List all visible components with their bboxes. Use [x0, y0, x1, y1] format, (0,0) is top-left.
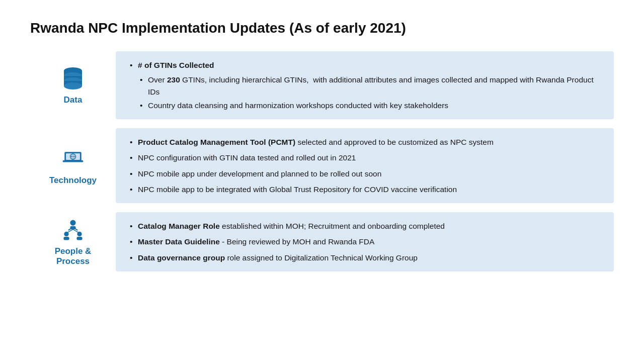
- technology-label: Technology: [30, 128, 116, 203]
- technology-content: Product Catalog Management Tool (PCMT) s…: [116, 128, 614, 203]
- svg-line-19: [66, 229, 73, 233]
- people-label-text: People &Process: [55, 246, 92, 266]
- tech-bullet-4: NPC mobile app to be integrated with Glo…: [128, 184, 602, 195]
- laptop-globe-icon: [60, 146, 86, 172]
- page-title: Rwanda NPC Implementation Updates (As of…: [30, 20, 614, 36]
- people-content: Catalog Manager Role established within …: [116, 212, 614, 272]
- tech-bullet-3: NPC mobile app under development and pla…: [128, 168, 602, 179]
- people-bullet-3: Data governance group role assigned to D…: [128, 252, 602, 263]
- people-bullet-1: Catalog Manager Role established within …: [128, 220, 602, 232]
- people-process-icon: [60, 217, 86, 243]
- tech-bullet-2: NPC configuration with GTIN data tested …: [128, 152, 602, 163]
- data-section: Data # of GTINs Collected Over 230 GTINs…: [30, 51, 614, 119]
- svg-rect-18: [70, 226, 75, 230]
- tech-bullet-1: Product Catalog Management Tool (PCMT) s…: [128, 136, 602, 148]
- people-section: People &Process Catalog Manager Role est…: [30, 212, 614, 272]
- svg-point-13: [70, 220, 75, 226]
- people-label: People &Process: [30, 212, 116, 272]
- data-content: # of GTINs Collected Over 230 GTINs, inc…: [116, 51, 614, 119]
- svg-point-6: [64, 82, 82, 89]
- svg-rect-15: [63, 237, 69, 240]
- data-label-text: Data: [64, 95, 83, 105]
- data-sub-bullet-1: Over 230 GTINs, including hierarchical G…: [138, 74, 602, 98]
- technology-label-text: Technology: [49, 175, 97, 186]
- data-bullet-1-bold: # of GTINs Collected: [138, 61, 214, 69]
- data-sub-bullet-2: Country data cleansing and harmonization…: [138, 100, 602, 111]
- svg-line-20: [73, 229, 79, 233]
- database-icon: [60, 66, 86, 92]
- data-label: Data: [30, 51, 116, 119]
- technology-section: Technology Product Catalog Management To…: [30, 128, 614, 203]
- svg-rect-17: [76, 237, 82, 240]
- people-bullet-2: Master Data Guideline - Being reviewed b…: [128, 236, 602, 247]
